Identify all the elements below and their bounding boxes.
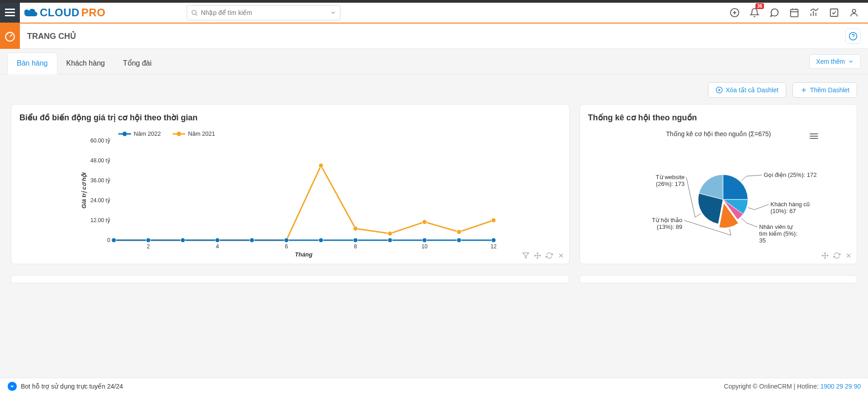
task-icon[interactable] [829,8,839,18]
svg-rect-2 [5,15,15,16]
pie-chart-card: Thống kê cơ hội theo nguồn Thống kê cơ h… [580,104,857,264]
refresh-icon[interactable] [546,252,553,261]
svg-rect-78 [810,138,818,139]
svg-line-4 [196,14,197,15]
svg-point-60 [180,238,185,242]
page-title: TRANG CHỦ [27,31,76,41]
svg-text:Giá trị cơ hội: Giá trị cơ hội [80,172,87,209]
svg-text:60.00 tỷ: 60.00 tỷ [90,138,110,144]
svg-rect-1 [5,12,15,13]
svg-text:2: 2 [147,243,150,250]
svg-text:Khách hàng cũ: Khách hàng cũ [770,201,810,208]
svg-text:24.00 tỷ: 24.00 tỷ [90,197,110,204]
user-icon[interactable] [849,8,859,18]
svg-text:(10%): 67: (10%): 67 [770,208,796,214]
svg-text:Gọi điện (25%): 172: Gọi điện (25%): 172 [764,171,816,178]
svg-text:Từ hội thảo: Từ hội thảo [651,217,682,223]
bell-icon[interactable]: 36 [750,8,760,18]
tab-tong-dai[interactable]: Tổng đài [114,52,160,74]
add-dashlet-button[interactable]: Thêm Dashlet [793,82,857,98]
svg-rect-8 [791,9,798,17]
logo-text-main: CLOUD [40,6,80,19]
x-circle-icon [716,86,723,94]
line-chart-card: Biểu đồ biến động giá trị cơ hội theo th… [11,104,570,264]
svg-point-59 [146,238,151,242]
clear-dashlets-button[interactable]: Xóa tất cả Dashlet [708,82,786,98]
close-icon[interactable] [557,252,565,261]
hamburger-icon [5,9,15,17]
partial-card-1 [11,275,570,283]
top-icon-bar: 36 [730,8,868,18]
page-header: TRANG CHỦ [0,24,868,49]
global-search[interactable] [187,5,340,20]
chevron-down-icon[interactable] [330,9,336,16]
close-icon[interactable] [845,252,852,261]
search-icon [191,9,198,16]
dashlet-area: Biểu đồ biến động giá trị cơ hội theo th… [0,104,868,275]
dashboard-icon[interactable] [0,24,20,49]
svg-point-27 [123,132,127,136]
svg-point-63 [284,238,289,242]
svg-point-67 [422,238,427,242]
plus-icon [800,86,807,94]
svg-text:tìm kiếm (5%):: tìm kiếm (5%): [759,230,797,237]
svg-point-65 [353,238,358,242]
menu-toggle[interactable] [0,3,20,23]
svg-point-52 [319,163,323,168]
svg-point-69 [491,238,496,242]
dashlet-actions: Xóa tất cả Dashlet Thêm Dashlet [0,74,868,104]
tab-khach-hang[interactable]: Khách hàng [57,53,114,74]
notification-badge: 36 [755,3,764,9]
move-icon[interactable] [821,252,829,261]
svg-point-57 [491,218,496,223]
svg-point-68 [457,238,461,242]
card-controls [522,252,565,261]
svg-text:6: 6 [285,243,288,250]
pie-chart-title: Thống kê cơ hội theo nguồn [588,113,849,123]
add-icon[interactable] [730,8,740,18]
svg-text:Từ website: Từ website [656,174,684,180]
card-controls [821,252,852,261]
svg-text:Năm 2021: Năm 2021 [188,130,215,137]
cloud-icon [24,8,38,18]
svg-point-58 [112,238,116,242]
clear-dashlets-label: Xóa tất cả Dashlet [726,86,778,94]
svg-marker-70 [523,253,528,258]
refresh-icon[interactable] [833,252,840,261]
svg-text:Năm 2022: Năm 2022 [134,130,161,137]
svg-rect-15 [830,9,838,17]
svg-point-54 [388,231,392,236]
search-input[interactable] [201,9,330,16]
partial-card-2 [580,275,857,283]
svg-text:48.00 tỷ: 48.00 tỷ [90,157,110,164]
logo[interactable]: CLOUDPRO [24,6,105,19]
svg-text:12: 12 [491,243,497,250]
svg-text:Nhân viên tự: Nhân viên tự [759,223,793,230]
logo-text-sub: PRO [81,6,106,19]
svg-text:0: 0 [107,237,110,243]
svg-rect-77 [810,136,818,137]
help-button[interactable] [845,28,861,44]
svg-point-53 [353,226,358,231]
next-row-partial [0,275,868,310]
svg-point-62 [250,238,254,242]
filter-icon[interactable] [522,252,529,261]
svg-point-30 [177,132,181,136]
svg-text:Tháng: Tháng [295,251,312,258]
svg-text:4: 4 [216,243,219,250]
calendar-icon[interactable] [789,8,799,18]
stats-icon[interactable] [809,8,819,18]
tab-ban-hang[interactable]: Bán hàng [7,52,57,74]
svg-point-3 [192,10,196,14]
svg-rect-0 [5,9,15,10]
pie-chart: Thống kê cơ hội theo nguồn (Σ=675)Gọi đi… [588,127,849,258]
svg-text:10: 10 [421,243,428,250]
topbar: CLOUDPRO 36 [0,0,868,23]
move-icon[interactable] [534,252,541,261]
svg-point-17 [5,32,14,41]
chat-icon[interactable] [769,8,779,18]
svg-point-66 [388,238,392,242]
svg-text:(26%): 173: (26%): 173 [656,180,684,187]
view-more-button[interactable]: Xem thêm [809,54,861,69]
chevron-down-icon [848,58,854,65]
